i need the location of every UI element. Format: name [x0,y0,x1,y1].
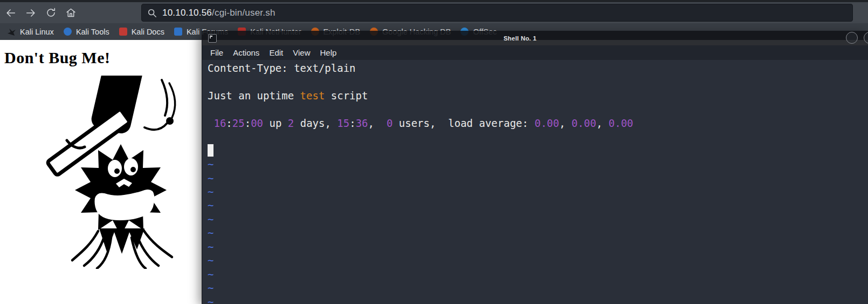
menu-actions[interactable]: Actions [228,46,264,59]
terminal-line: ~ [208,172,868,185]
home-button[interactable] [61,5,80,21]
bookmark-item[interactable]: Kali Tools [60,26,113,38]
bookmark-item[interactable]: Kali Docs [116,26,168,38]
terminal-output[interactable]: Content-Type: text/plainJust an uptime t… [202,60,868,304]
bookmark-label: Kali Docs [132,28,164,36]
bookmark-label: Kali Linux [20,28,54,36]
back-icon [5,7,17,19]
kali-forums-icon [174,28,182,36]
terminal-line: ~ [208,254,868,267]
terminal-line: ~ [208,199,868,212]
menu-view[interactable]: View [288,46,315,59]
forward-button[interactable] [22,5,40,21]
url-bar[interactable]: 10.10.10.56/cgi-bin/user.sh [141,4,853,22]
reload-icon [45,7,57,18]
kali-docs-icon [119,28,127,36]
terminal-title: Shell No. 1 [202,35,838,42]
terminal-line: ~ [208,281,868,295]
terminal-line: ~ [208,185,868,199]
terminal-line [208,144,868,158]
bookmark-label: Kali Tools [76,28,109,36]
browser-toolbar: 10.10.10.56/cgi-bin/user.sh [0,2,868,23]
terminal-line: Content-Type: text/plain [208,62,868,75]
menu-file[interactable]: File [205,46,228,59]
terminal-line: ~ [208,226,868,240]
terminal-line [208,103,868,116]
window-controls [840,32,868,44]
kali-tools-icon [64,28,72,36]
terminal-cursor [208,144,213,157]
terminal-line [208,75,868,89]
terminal-line: 16:25:00 up 2 days, 15:36, 0 users, load… [208,117,868,130]
bug-with-hammer-image [39,76,188,269]
home-icon [65,7,77,18]
terminal-line: Just an uptime test script [208,89,868,103]
back-button[interactable] [2,5,20,21]
menu-help[interactable]: Help [315,46,341,59]
terminal-line: ~ [208,158,868,171]
terminal-titlebar[interactable]: Shell No. 1 [202,31,868,45]
terminal-line: ~ [208,268,868,281]
url-text[interactable]: 10.10.10.56/cgi-bin/user.sh [162,8,275,18]
terminal-line: ~ [208,295,868,304]
terminal-line: ~ [208,240,868,254]
terminal-window: Shell No. 1 FileActionsEditViewHelp Cont… [202,31,868,304]
kali-dragon-icon [8,28,16,36]
minimize-button[interactable] [846,32,858,44]
maximize-button[interactable] [864,32,868,44]
terminal-menubar: FileActionsEditViewHelp [202,45,868,60]
reload-button[interactable] [42,5,60,21]
forward-icon [25,7,37,19]
menu-edit[interactable]: Edit [264,46,288,59]
bookmark-item[interactable]: Kali Linux [4,26,57,38]
screen: 10.10.10.56/cgi-bin/user.sh Kali LinuxKa… [0,0,868,304]
search-icon [147,8,157,18]
url-host: 10.10.10.56 [162,8,212,18]
terminal-line [208,130,868,144]
terminal-line: ~ [208,213,868,226]
url-path: /cgi-bin/user.sh [212,8,275,18]
